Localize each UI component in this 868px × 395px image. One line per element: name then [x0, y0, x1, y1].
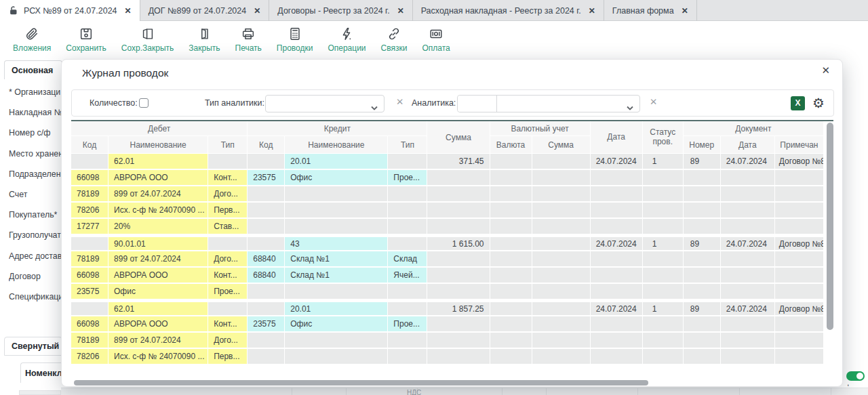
cell-date[interactable]: 24.07.2024	[591, 235, 643, 251]
cell-d_name[interactable]: АВРОРА ООО	[108, 170, 208, 186]
cell-d_name[interactable]: 899 от 24.07.2024	[108, 333, 208, 349]
header-doc-date[interactable]: Дата	[721, 136, 775, 154]
cell-currency[interactable]	[490, 170, 532, 186]
cell-d_name[interactable]: 899 от 24.07.2024	[108, 251, 208, 268]
cell-c_code[interactable]: 23575	[248, 316, 285, 333]
cell-doc_date[interactable]	[721, 203, 775, 219]
table-row[interactable]: 78189899 от 24.07.2024Дого...	[71, 186, 824, 203]
tab-main[interactable]: Основная	[4, 60, 62, 79]
toolbar-attachments-button[interactable]: Вложения	[5, 22, 58, 57]
header-debit-code[interactable]: Код	[71, 136, 108, 154]
cell-d_type[interactable]: Дого...	[208, 186, 248, 203]
cell-note[interactable]	[775, 251, 824, 268]
cell-c_name[interactable]: 20.01	[285, 154, 388, 170]
document-tab[interactable]: Расходная накладная - Реестр за 2024 г.✕	[413, 0, 604, 21]
header-credit-code[interactable]: Код	[248, 136, 285, 154]
document-tab[interactable]: Главная форма✕	[604, 0, 697, 21]
cell-d_type[interactable]: Став...	[208, 219, 248, 235]
cell-d_name[interactable]: АВРОРА ООО	[108, 316, 208, 333]
cell-status[interactable]: 1	[643, 154, 684, 170]
toolbar-print-button[interactable]: Печать	[228, 22, 269, 57]
toolbar-links-button[interactable]: Связки	[374, 22, 415, 57]
cell-currency[interactable]	[490, 235, 532, 251]
cell-status[interactable]	[643, 219, 684, 235]
cell-cur_sum[interactable]	[532, 186, 591, 203]
cell-date[interactable]	[591, 251, 643, 268]
cell-number[interactable]	[684, 251, 721, 268]
header-document[interactable]: Документ	[684, 121, 824, 136]
cell-d_code[interactable]: 66098	[71, 316, 108, 333]
cell-sum[interactable]	[427, 170, 490, 186]
cell-c_code[interactable]	[248, 203, 285, 219]
toolbar-postings-button[interactable]: Проводки	[269, 22, 321, 57]
cell-doc_date[interactable]	[721, 251, 775, 268]
cell-status[interactable]	[643, 186, 684, 203]
header-doc-note[interactable]: Примечан	[775, 136, 824, 154]
cell-sum[interactable]: 371.45	[427, 154, 490, 170]
cell-cur_sum[interactable]	[532, 203, 591, 219]
cell-status[interactable]	[643, 349, 684, 365]
table-row[interactable]: 1727720%Став...	[71, 219, 824, 235]
cell-sum[interactable]	[427, 186, 490, 203]
vertical-scrollbar[interactable]	[827, 123, 833, 330]
cell-c_type[interactable]	[388, 203, 427, 219]
cell-cur_sum[interactable]	[532, 251, 591, 268]
cell-note[interactable]	[775, 333, 824, 349]
cell-d_type[interactable]	[208, 300, 248, 316]
cell-note[interactable]	[775, 203, 824, 219]
close-icon[interactable]: ✕	[821, 65, 830, 75]
cell-cur_sum[interactable]	[532, 268, 591, 284]
cell-date[interactable]	[591, 333, 643, 349]
cell-c_name[interactable]	[285, 203, 388, 219]
cell-sum[interactable]: 1 857.25	[427, 300, 490, 316]
cell-currency[interactable]	[490, 333, 532, 349]
header-credit-type[interactable]: Тип	[388, 136, 427, 154]
cell-currency[interactable]	[490, 349, 532, 365]
cell-note[interactable]	[775, 349, 824, 365]
cell-c_name[interactable]	[285, 284, 388, 300]
cell-c_type[interactable]	[388, 154, 427, 170]
cell-c_name[interactable]	[285, 333, 388, 349]
cell-d_code[interactable]: 78189	[71, 186, 108, 203]
cell-note[interactable]	[775, 186, 824, 203]
cell-d_type[interactable]: Прое...	[208, 284, 248, 300]
tab-close-icon[interactable]: ✕	[397, 6, 404, 16]
cell-c_type[interactable]: Прое...	[388, 170, 427, 186]
cell-doc_date[interactable]	[721, 333, 775, 349]
cell-d_code[interactable]: 78206	[71, 203, 108, 219]
cell-c_name[interactable]: 20.01	[285, 300, 388, 316]
cell-c_name[interactable]	[285, 219, 388, 235]
table-row[interactable]: 66098АВРОРА ОООКонт...68840Склад №1Ячей.…	[71, 268, 824, 284]
cell-number[interactable]	[684, 349, 721, 365]
filter-toggle[interactable]	[846, 371, 865, 381]
cell-number[interactable]	[684, 333, 721, 349]
cell-c_type[interactable]	[388, 186, 427, 203]
clear-analytics-type-icon[interactable]: ✕	[396, 98, 403, 107]
cell-d_type[interactable]: Конт...	[208, 316, 248, 333]
cell-d_name[interactable]: 20%	[108, 219, 208, 235]
cell-c_type[interactable]	[388, 219, 427, 235]
cell-doc_date[interactable]: 24.07.2024	[721, 300, 775, 316]
header-debit-type[interactable]: Тип	[208, 136, 248, 154]
cell-d_code[interactable]: 78189	[71, 333, 108, 349]
quantity-checkbox[interactable]	[139, 98, 149, 108]
table-row[interactable]: 78206Исх. с-ф № 24070090 ...Перв...	[71, 203, 824, 219]
cell-d_type[interactable]: Конт...	[208, 268, 248, 284]
cell-c_code[interactable]	[248, 284, 285, 300]
cell-sum[interactable]	[427, 203, 490, 219]
table-row[interactable]: 62.0120.01371.4524.07.202418924.07.2024Д…	[71, 154, 824, 170]
cell-d_name[interactable]: 90.01.01	[108, 235, 208, 251]
cell-doc_date[interactable]	[721, 268, 775, 284]
header-currency[interactable]: Валюта	[490, 136, 532, 154]
cell-c_name[interactable]: Офис	[285, 170, 388, 186]
cell-status[interactable]	[643, 268, 684, 284]
chevron-down-icon[interactable]	[626, 102, 634, 114]
cell-status[interactable]	[643, 170, 684, 186]
table-row[interactable]: 66098АВРОРА ОООКонт...23575ОфисПрое...	[71, 316, 824, 333]
cell-sum[interactable]	[427, 333, 490, 349]
cell-d_type[interactable]: Конт...	[208, 170, 248, 186]
cell-currency[interactable]	[490, 186, 532, 203]
cell-sum[interactable]: 1 615.00	[427, 235, 490, 251]
cell-sum[interactable]	[427, 268, 490, 284]
cell-date[interactable]: 24.07.2024	[591, 154, 643, 170]
